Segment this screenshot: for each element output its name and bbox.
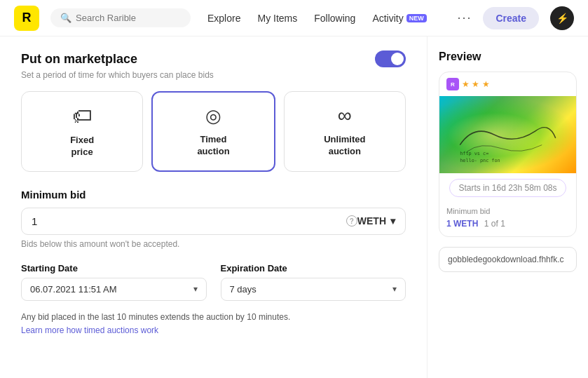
left-panel: Put on marketplace Set a period of time … bbox=[0, 36, 427, 378]
create-button[interactable]: Create bbox=[483, 7, 539, 29]
nav-following[interactable]: Following bbox=[314, 13, 355, 24]
logo[interactable]: R bbox=[14, 6, 39, 31]
auction-types: 🏷 Fixedprice ◎ Timedauction ∞ Unlimiteda… bbox=[21, 91, 406, 172]
main-layout: Put on marketplace Set a period of time … bbox=[0, 36, 588, 378]
expiration-date-label: Expiration Date bbox=[221, 263, 406, 274]
nav-activity[interactable]: Activity NEW bbox=[372, 13, 426, 24]
preview-bid-info: Minimum bid 1 WETH 1 of 1 bbox=[439, 203, 576, 236]
bid-input-row: ? WETH ▾ bbox=[21, 208, 406, 235]
auction-info-text: Any bid placed in the last 10 minutes ex… bbox=[21, 311, 406, 323]
unlimited-auction-label: Unlimitedauction bbox=[324, 134, 365, 158]
activity-badge: NEW bbox=[406, 14, 427, 22]
learn-more-link[interactable]: Learn more how timed auctions work bbox=[21, 325, 158, 335]
preview-nft-bg: hftp vs c= hello- pnc fon bbox=[439, 96, 576, 173]
starting-date-field: Starting Date 06.07.2021 11:51 AM ▾ bbox=[21, 263, 207, 301]
svg-text:hftp vs c=: hftp vs c= bbox=[460, 151, 488, 156]
more-options-button[interactable]: ··· bbox=[457, 11, 472, 25]
timer-prefix: Starts in bbox=[458, 183, 489, 193]
starting-date-label: Starting Date bbox=[21, 263, 207, 274]
preview-avatar: R bbox=[446, 78, 459, 90]
date-row: Starting Date 06.07.2021 11:51 AM ▾ Expi… bbox=[21, 263, 406, 301]
expiration-date-picker[interactable]: 7 days ▾ bbox=[221, 278, 406, 301]
preview-nft-image: hftp vs c= hello- pnc fon bbox=[439, 96, 576, 173]
fixed-price-label: Fixedprice bbox=[70, 135, 94, 158]
preview-bid-value: 1 WETH bbox=[446, 219, 478, 229]
unlimited-auction-icon: ∞ bbox=[338, 104, 352, 127]
nav-my-items[interactable]: My Items bbox=[257, 13, 297, 24]
timed-auction-label: Timedauction bbox=[197, 134, 229, 158]
expiration-date-value: 7 days bbox=[230, 284, 257, 295]
preview-card-header: R ★ ★ ★ bbox=[439, 72, 576, 96]
fixed-price-icon: 🏷 bbox=[72, 104, 92, 128]
bid-input[interactable] bbox=[32, 215, 346, 227]
timed-auction-icon: ◎ bbox=[205, 105, 221, 127]
starting-date-chevron: ▾ bbox=[193, 284, 198, 294]
right-panel: Preview R ★ ★ ★ hftp vs c= hello- pnc fo… bbox=[427, 36, 588, 378]
fixed-price-card[interactable]: 🏷 Fixedprice bbox=[21, 91, 143, 172]
bid-hint: Bids below this amount won't be accepted… bbox=[21, 239, 406, 249]
nft-scribble: hftp vs c= hello- pnc fon bbox=[439, 96, 576, 173]
starting-date-picker[interactable]: 06.07.2021 11:51 AM ▾ bbox=[21, 278, 207, 301]
unlimited-auction-card[interactable]: ∞ Unlimitedauction bbox=[284, 91, 406, 172]
preview-stars: ★ ★ ★ bbox=[462, 79, 490, 89]
navbar: R 🔍 Explore My Items Following Activity … bbox=[0, 0, 588, 36]
preview-card: R ★ ★ ★ hftp vs c= hello- pnc fon bbox=[439, 72, 577, 237]
search-input[interactable] bbox=[76, 13, 181, 23]
search-bar[interactable]: 🔍 bbox=[50, 8, 191, 27]
marketplace-subtitle: Set a period of time for which buyers ca… bbox=[21, 70, 406, 80]
timer-badge: Starts in 16d 23h 58m 08s bbox=[449, 179, 566, 197]
marketplace-toggle[interactable] bbox=[375, 50, 406, 67]
timed-auction-card[interactable]: ◎ Timedauction bbox=[151, 91, 275, 172]
search-icon: 🔍 bbox=[60, 13, 71, 23]
marketplace-title: Put on marketplace bbox=[21, 52, 137, 67]
address-box: gobbledegookdownload.fhhfk.c bbox=[439, 247, 577, 272]
timer-value: 16d 23h 58m 08s bbox=[492, 183, 557, 193]
preview-bid-count: 1 of 1 bbox=[484, 219, 505, 229]
preview-title: Preview bbox=[439, 50, 577, 63]
currency-chevron: ▾ bbox=[390, 215, 395, 227]
help-icon[interactable]: ? bbox=[346, 215, 357, 227]
expiration-date-chevron: ▾ bbox=[392, 284, 397, 294]
nav-explore[interactable]: Explore bbox=[207, 13, 240, 24]
svg-text:hello- pnc fon: hello- pnc fon bbox=[460, 158, 500, 163]
preview-timer: Starts in 16d 23h 58m 08s bbox=[439, 173, 576, 203]
currency-selector[interactable]: WETH ▾ bbox=[357, 215, 395, 227]
expiration-date-field: Expiration Date 7 days ▾ bbox=[221, 263, 406, 301]
lightning-button[interactable]: ⚡ bbox=[550, 6, 574, 30]
marketplace-section-header: Put on marketplace bbox=[21, 50, 406, 67]
preview-bid-label: Minimum bid bbox=[446, 207, 569, 215]
nav-links: Explore My Items Following Activity NEW bbox=[207, 13, 427, 24]
min-bid-label: Minimum bid bbox=[21, 189, 406, 201]
starting-date-value: 06.07.2021 11:51 AM bbox=[30, 284, 117, 295]
